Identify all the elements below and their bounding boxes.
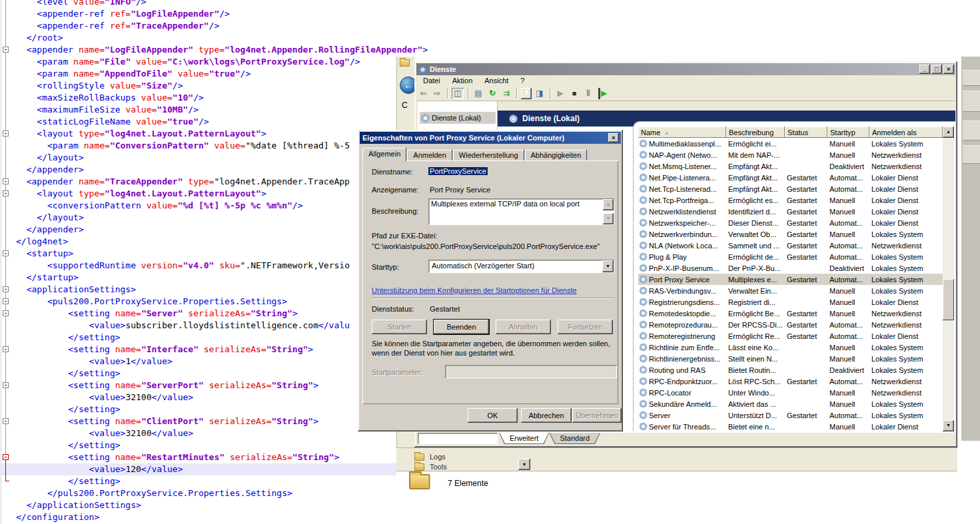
- service-row[interactable]: Net.Tcp-Portfreiga...Ermöglicht es...Ges…: [638, 194, 943, 206]
- refresh-icon[interactable]: ↻: [486, 88, 498, 99]
- fold-collapse-icon[interactable]: -: [3, 286, 9, 292]
- column-header-name[interactable]: Name▲: [638, 127, 726, 138]
- fold-collapse-icon[interactable]: -: [3, 47, 9, 53]
- dialog-title-bar[interactable]: Eigenschaften von Port Proxy Service (Lo…: [360, 132, 621, 144]
- service-row[interactable]: Remotedesktopdie...Ermöglicht Be...Gesta…: [638, 308, 943, 319]
- help-icon[interactable]: ?: [521, 88, 532, 99]
- service-row[interactable]: Port Proxy ServiceMultiplexes e...Gestar…: [638, 274, 943, 285]
- service-row[interactable]: Richtlinienergebniss...Stellt einen N...…: [638, 353, 943, 364]
- fold-collapse-icon[interactable]: -: [3, 298, 9, 304]
- service-row[interactable]: Sekundäre Anmeld...Aktiviert das ...Manu…: [638, 398, 943, 409]
- column-header-beschreibung[interactable]: Beschreibung: [726, 127, 785, 138]
- dialog-tab-anmelden[interactable]: Anmelden: [407, 150, 452, 161]
- column-header-starttyp[interactable]: Starttyp: [827, 127, 869, 138]
- service-row[interactable]: RAS-Verbindungsv...Verwaltet Ein...Manue…: [638, 285, 943, 296]
- service-row[interactable]: Net.Msmq-Listener...Empfängt Akt...Deakt…: [638, 160, 943, 172]
- service-name: Registrierungsdiens...: [649, 298, 726, 306]
- dialog-tab-wiederherstellung[interactable]: Wiederherstellung: [453, 150, 524, 161]
- minimize-button[interactable]: _: [919, 65, 930, 74]
- pause-service-icon[interactable]: Ⅱ: [582, 88, 594, 99]
- service-row[interactable]: NetzwerklistendienstIdentifiziert d...Ge…: [638, 206, 943, 217]
- services-title-bar[interactable]: Dienste _ □ ×: [416, 63, 955, 75]
- service-row[interactable]: Netzwerkverbindun...Verwaltet Ob...Gesta…: [638, 228, 943, 240]
- back-icon[interactable]: ⇦: [417, 88, 429, 99]
- fold-collapse-icon[interactable]: -: [3, 131, 9, 136]
- startparameter-input[interactable]: [445, 365, 617, 378]
- service-row[interactable]: ServerUnterstützt D...GestartetAutomat..…: [638, 409, 943, 421]
- service-row[interactable]: RPC-Endpunktzuor...Löst RPC-Sch...Gestar…: [638, 376, 943, 387]
- maximize-button[interactable]: □: [931, 65, 942, 74]
- textbox-scroll-up-icon[interactable]: ▲: [603, 199, 614, 210]
- forward-icon[interactable]: ⇨: [431, 88, 443, 99]
- service-row[interactable]: NLA (Network Loca...Sammelt und ...Gesta…: [638, 240, 943, 251]
- fold-collapse-icon[interactable]: -: [3, 250, 9, 256]
- service-row[interactable]: Net.Tcp-Listenerad...Empfängt Akt...Gest…: [638, 183, 943, 194]
- fold-collapse-icon[interactable]: -: [3, 190, 9, 196]
- service-row[interactable]: Server für Threads...Bietet eine n...Man…: [638, 421, 943, 431]
- scrollbar-thumb[interactable]: [943, 279, 954, 320]
- menu-aktion[interactable]: Aktion: [446, 76, 479, 87]
- starttyp-combobox[interactable]: Automatisch (Verzögerter Start) ▼: [428, 260, 614, 273]
- service-description: Identifiziert d...: [726, 207, 784, 216]
- tree-item-dienste-lokal[interactable]: Dienste (Lokal): [420, 112, 496, 124]
- service-row[interactable]: Remoteprozedurau...Der RPCSS-Di...Gestar…: [638, 319, 943, 330]
- startoptionen-help-link[interactable]: Unterstützung beim Konfigurieren der Sta…: [372, 286, 577, 294]
- fold-collapse-icon[interactable]: -: [3, 382, 9, 388]
- abbrechen-button[interactable]: Abbrechen: [521, 408, 572, 423]
- beenden-button[interactable]: Beenden: [434, 320, 489, 334]
- service-row[interactable]: Routing und RASBietet Routin...Deaktivie…: [638, 364, 943, 376]
- scroll-down-button[interactable]: ▼: [943, 420, 954, 431]
- properties-icon[interactable]: ▤: [472, 88, 484, 99]
- close-button[interactable]: ×: [943, 65, 954, 74]
- service-row[interactable]: Registrierungsdiens...Registriert di...M…: [638, 296, 943, 308]
- menu-?[interactable]: ?: [514, 76, 530, 87]
- folder-list-item[interactable]: Tools: [414, 463, 447, 471]
- scroll-up-button[interactable]: ▲: [943, 127, 954, 138]
- beschreibung-textbox[interactable]: Multiplexes external TCP/IP data on loca…: [428, 198, 614, 225]
- fold-collapse-icon[interactable]: -: [3, 418, 9, 424]
- dienstname-value[interactable]: PortProxyService: [428, 167, 488, 175]
- service-list-scrollbar[interactable]: ▲ ▼: [943, 127, 954, 431]
- fold-collapse-icon[interactable]: -: [3, 310, 9, 316]
- column-header-anmelden-als[interactable]: Anmelden als: [869, 127, 943, 138]
- start-service-icon[interactable]: ▶: [554, 88, 566, 99]
- fortsetzen-button[interactable]: Fortsetzen: [558, 320, 613, 334]
- service-row[interactable]: RPC-LocatorUnter Windo...ManuellNetzwerk…: [638, 387, 943, 398]
- code-line: <value>120</value>: [0, 463, 396, 475]
- service-row[interactable]: PnP-X-IP-Busenum...Der PnP-X-Bu...Deakti…: [638, 262, 943, 274]
- service-row[interactable]: Richtlinie zum Entfe...Lässt eine Ko...M…: [638, 342, 943, 353]
- dialog-tab-abhängigkeiten[interactable]: Abhängigkeiten: [525, 150, 588, 161]
- service-row[interactable]: Net.Pipe-Listenera...Empfängt Akt...Gest…: [638, 172, 943, 183]
- column-header-status[interactable]: Status: [785, 127, 827, 138]
- service-row[interactable]: RemoteregistrierungErmöglicht Re...Gesta…: [638, 330, 943, 342]
- fold-collapse-icon[interactable]: -: [3, 346, 9, 352]
- service-row[interactable]: Multimediaklassenpl...Ermöglicht ei...Ma…: [638, 138, 943, 149]
- chevron-down-icon[interactable]: ▼: [602, 260, 614, 272]
- menu-datei[interactable]: Datei: [417, 76, 446, 87]
- view-tab-erweitert[interactable]: Erweitert: [499, 433, 549, 444]
- folder-name: Logs: [430, 453, 446, 461]
- view-tab-standard[interactable]: Standard: [549, 433, 600, 444]
- dialog-tab-allgemein[interactable]: Allgemein: [362, 148, 406, 161]
- extended-view-icon[interactable]: ◨: [534, 88, 546, 99]
- service-row[interactable]: NAP-Agent (Netwo...Mit dem NAP-...Manuel…: [638, 149, 943, 160]
- textbox-scroll-down-icon[interactable]: ▼: [603, 213, 614, 224]
- ubernehmen-button[interactable]: Übernehmen: [572, 408, 622, 423]
- fold-collapse-icon[interactable]: -: [3, 454, 9, 460]
- restart-service-icon[interactable]: ▶: [598, 88, 608, 99]
- service-status: Gestartet: [784, 411, 827, 419]
- starten-button[interactable]: Starten: [372, 320, 427, 334]
- export-list-icon[interactable]: ⇉: [500, 88, 512, 99]
- ok-button[interactable]: OK: [468, 408, 518, 423]
- folder-list-item[interactable]: Logs: [414, 453, 446, 461]
- service-row[interactable]: Netzwerkspeicher-...Dieser Dienst...Gest…: [638, 217, 943, 228]
- menu-ansicht[interactable]: Ansicht: [478, 76, 514, 87]
- fold-collapse-icon[interactable]: -: [3, 178, 9, 184]
- dropdown-arrow-button[interactable]: ▼: [518, 459, 530, 470]
- anhalten-button[interactable]: Anhalten: [496, 320, 551, 334]
- filter-field[interactable]: [418, 433, 498, 444]
- close-icon[interactable]: ×: [608, 133, 619, 142]
- stop-service-icon[interactable]: ■: [568, 88, 580, 99]
- service-row[interactable]: Plug & PlayErmöglicht de...GestartetAuto…: [638, 251, 943, 262]
- console-tree-icon[interactable]: ◫: [452, 88, 464, 99]
